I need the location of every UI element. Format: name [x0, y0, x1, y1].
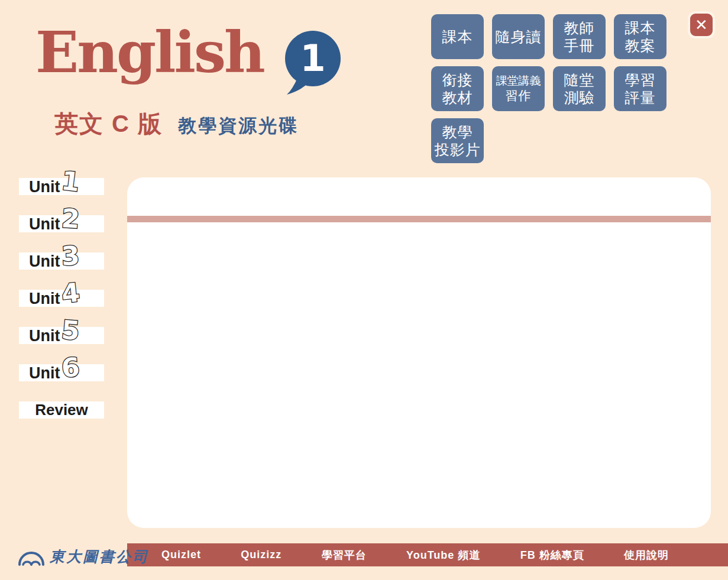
close-button[interactable]: ✕ [688, 11, 715, 38]
unit-1-button[interactable]: Unit 1 [19, 178, 104, 195]
publisher-bridge-icon [18, 546, 45, 566]
resource-button-grid: 課本 隨身讀 教師手冊 課本教案 銜接教材 課堂講義習作 隨堂測驗 學習評量 教… [431, 14, 675, 163]
textbook-button[interactable]: 課本 [431, 14, 484, 59]
quizizz-link[interactable]: Quizizz [241, 549, 282, 561]
facebook-fanpage-link[interactable]: FB 粉絲專頁 [520, 548, 584, 562]
quizlet-link[interactable]: Quizlet [161, 549, 201, 561]
unit-6-button[interactable]: Unit 6 [19, 364, 104, 381]
volume-number: 1 [300, 37, 325, 80]
content-divider [127, 216, 711, 222]
content-panel [127, 177, 711, 528]
unit-5-button[interactable]: Unit 5 [19, 327, 104, 344]
user-guide-link[interactable]: 使用說明 [624, 548, 669, 562]
close-icon: ✕ [695, 17, 708, 33]
volume-badge-bubble-icon: 1 [283, 30, 342, 95]
review-button[interactable]: Review [19, 401, 104, 419]
quiz-button[interactable]: 隨堂測驗 [553, 66, 606, 111]
unit-5-number: 5 [60, 315, 81, 346]
unit-4-button[interactable]: Unit 4 [19, 290, 104, 307]
textbook-lesson-plan-button[interactable]: 課本教案 [614, 14, 666, 59]
class-handout-workbook-button[interactable]: 課堂講義習作 [492, 66, 545, 111]
unit-4-number: 4 [60, 277, 82, 309]
learning-assessment-button[interactable]: 學習評量 [614, 66, 666, 111]
pocket-reader-button[interactable]: 隨身讀 [492, 14, 545, 59]
teaching-slides-button[interactable]: 教學投影片 [431, 118, 484, 163]
publisher-logo: 東大圖書公司 [18, 545, 149, 568]
unit-6-number: 6 [61, 352, 81, 383]
brand-title: English [35, 21, 264, 84]
unit-1-number: 1 [60, 165, 82, 197]
brand-logo: English 1 英文 C 版 教學資源光碟 [35, 21, 264, 84]
unit-3-button[interactable]: Unit 3 [19, 252, 104, 270]
disc-subtitle: 教學資源光碟 [178, 114, 299, 138]
unit-3-number: 3 [61, 240, 80, 271]
unit-2-button[interactable]: Unit 2 [19, 215, 104, 232]
unit-2-number: 2 [61, 203, 81, 234]
learning-platform-link[interactable]: 學習平台 [322, 548, 367, 562]
publisher-name: 東大圖書公司 [50, 547, 149, 566]
teacher-manual-button[interactable]: 教師手冊 [553, 14, 606, 59]
youtube-channel-link[interactable]: YouTube 頻道 [406, 548, 480, 562]
bridging-material-button[interactable]: 銜接教材 [431, 66, 484, 111]
footer-link-bar: Quizlet Quizizz 學習平台 YouTube 頻道 FB 粉絲專頁 … [127, 543, 728, 566]
edition-label: 英文 C 版 [54, 108, 163, 140]
